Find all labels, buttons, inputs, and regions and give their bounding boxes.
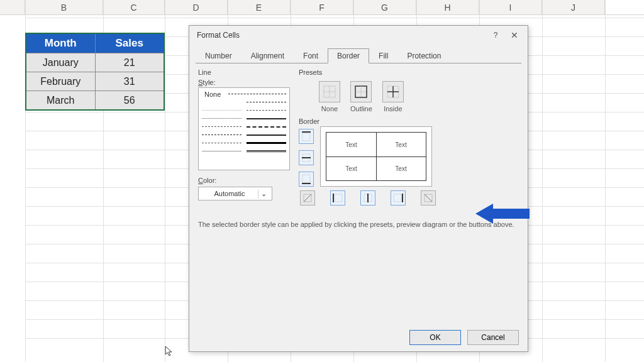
border-left-icon <box>333 193 343 203</box>
preset-outline-button[interactable] <box>350 81 372 102</box>
tab-fill[interactable]: Fill <box>369 48 397 63</box>
border-vmid-icon <box>363 193 373 203</box>
svg-rect-10 <box>303 133 310 141</box>
style-label: Style: <box>198 79 290 86</box>
diag-down-icon <box>423 193 433 203</box>
table-row: March 56 <box>26 90 164 109</box>
style-mdash[interactable] <box>247 126 286 128</box>
dialog-tabs: Number Alignment Font Border Fill Protec… <box>189 45 528 63</box>
border-right-icon <box>393 193 403 203</box>
border-style-list[interactable]: None <box>198 87 290 170</box>
presets-label: Presets <box>299 69 519 76</box>
help-button[interactable]: ? <box>486 31 505 40</box>
border-hmid-icon <box>301 153 311 163</box>
preset-inside-icon <box>386 85 400 99</box>
style-medium[interactable] <box>247 118 286 119</box>
tab-alignment[interactable]: Alignment <box>242 48 294 63</box>
style-dash[interactable] <box>202 126 242 127</box>
dialog-title: Format Cells <box>197 31 486 40</box>
style-hair[interactable] <box>202 110 242 111</box>
tab-protection[interactable]: Protection <box>397 48 450 63</box>
style-double[interactable] <box>247 150 286 152</box>
preset-outline-icon <box>354 85 368 99</box>
border-top-button[interactable] <box>299 129 314 144</box>
border-bottom-button[interactable] <box>299 172 314 187</box>
border-right-button[interactable] <box>391 190 406 206</box>
cursor-icon <box>165 346 174 359</box>
ok-button[interactable]: OK <box>409 330 461 345</box>
header-month: Month <box>26 34 96 53</box>
tab-font[interactable]: Font <box>294 48 328 63</box>
svg-marker-25 <box>475 204 530 224</box>
table-header-row: Month Sales <box>26 34 164 53</box>
tab-border[interactable]: Border <box>328 48 369 63</box>
style-dotted[interactable] <box>202 118 242 119</box>
line-group-label: Line <box>198 69 290 76</box>
style-dash2[interactable] <box>202 143 242 143</box>
preset-none-button[interactable] <box>319 81 340 102</box>
diag-up-icon <box>303 193 313 203</box>
cell-sales[interactable]: 56 <box>96 91 164 109</box>
chevron-down-icon: ⌄ <box>258 190 269 198</box>
tab-number[interactable]: Number <box>196 48 242 63</box>
preview-text-bl: Text <box>326 156 376 180</box>
style-dashdot2[interactable] <box>247 102 286 102</box>
color-dropdown[interactable]: Automatic ⌄ <box>198 187 272 200</box>
style-dashed[interactable] <box>247 110 286 111</box>
border-top-icon <box>301 131 311 141</box>
border-group-label: Border <box>299 118 519 125</box>
close-button[interactable]: ✕ <box>505 30 524 40</box>
preview-text-tr: Text <box>376 133 426 156</box>
cancel-button[interactable]: Cancel <box>467 330 519 345</box>
corner-cell <box>0 0 25 14</box>
svg-line-16 <box>304 194 311 202</box>
header-sales: Sales <box>96 34 164 53</box>
cell-sales[interactable]: 31 <box>96 72 164 90</box>
svg-rect-21 <box>394 194 401 202</box>
border-hmid-button[interactable] <box>299 150 314 165</box>
color-value: Automatic <box>201 190 258 197</box>
style-thin[interactable] <box>202 151 242 151</box>
preset-outline-label: Outline <box>350 105 372 112</box>
cell-month[interactable]: March <box>26 91 96 109</box>
annotation-arrow-icon <box>475 200 532 228</box>
border-vmid-button[interactable] <box>360 190 375 206</box>
cell-month[interactable]: February <box>26 72 96 90</box>
border-left-button[interactable] <box>330 190 345 206</box>
border-bottom-icon <box>301 174 311 184</box>
hint-text: The selected border style can be applied… <box>198 221 519 228</box>
svg-rect-18 <box>335 194 342 202</box>
border-diag-up-button[interactable] <box>300 190 315 206</box>
cell-month[interactable]: January <box>26 53 96 72</box>
preset-inside-label: Inside <box>382 105 404 112</box>
style-thick[interactable] <box>247 142 286 144</box>
style-none-label[interactable]: None <box>202 89 223 99</box>
table-row: February 31 <box>26 72 164 90</box>
style-medium2[interactable] <box>247 134 286 136</box>
svg-rect-13 <box>303 175 310 182</box>
border-preview[interactable]: Text Text Text Text <box>320 126 432 187</box>
svg-line-24 <box>425 194 432 202</box>
preview-text-tl: Text <box>326 133 376 156</box>
preview-text-br: Text <box>376 156 426 180</box>
format-cells-dialog: Format Cells ? ✕ Number Alignment Font B… <box>189 25 528 352</box>
style-dashdot[interactable] <box>228 94 286 94</box>
cell-sales[interactable]: 21 <box>96 53 164 72</box>
preset-none-icon <box>323 85 336 99</box>
color-label: Color: <box>198 177 290 184</box>
dialog-titlebar[interactable]: Format Cells ? ✕ <box>189 26 528 45</box>
preset-none-label: None <box>319 105 340 112</box>
preset-inside-button[interactable] <box>382 81 404 102</box>
table-row: January 21 <box>26 53 164 72</box>
style-dashdot3[interactable] <box>202 134 242 135</box>
data-table[interactable]: Month Sales January 21 February 31 March… <box>25 33 165 111</box>
border-diag-down-button[interactable] <box>421 190 436 206</box>
